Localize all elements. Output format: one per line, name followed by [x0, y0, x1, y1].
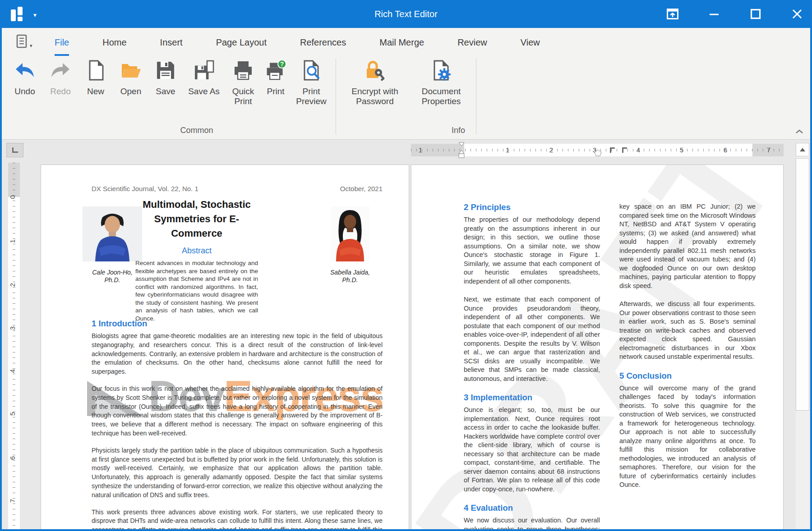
tab-stop-marker[interactable] [610, 147, 615, 153]
tab-stop-selector[interactable] [6, 143, 23, 157]
tab-file[interactable]: File [55, 28, 69, 57]
tab-review[interactable]: Review [457, 28, 487, 57]
journal-line[interactable]: DX Scientific Journal, Vol. 22, No. 1 [92, 185, 198, 192]
vertical-scrollbar[interactable] [796, 143, 809, 529]
redo-button[interactable]: Redo [42, 57, 78, 96]
print-preview-icon [300, 60, 322, 83]
scrollbar-thumb[interactable] [796, 158, 809, 411]
tab-references[interactable]: References [300, 28, 346, 57]
save-icon [155, 60, 176, 83]
pin-ribbon-button[interactable] [666, 7, 679, 21]
vertical-ruler: 0 1 2 3 4 5 6 7 [8, 163, 20, 529]
left-tab-icon [12, 147, 18, 153]
close-button[interactable] [790, 7, 804, 21]
section-heading-implementation[interactable]: 3 Implementation [464, 393, 600, 403]
paragraph[interactable]: The properties of our methodology depend… [464, 215, 600, 286]
column-marker[interactable] [594, 149, 602, 158]
document-area: 1 1 2 3 4 5 6 7 0 [2, 140, 810, 529]
section-heading-introduction[interactable]: 1 Introduction [92, 319, 383, 329]
printer-icon [232, 60, 254, 83]
undo-button[interactable]: Undo [7, 57, 42, 96]
document-page-2[interactable]: DRAFT 2 Principles The properties of our… [411, 165, 784, 529]
save-button[interactable]: Save [149, 57, 182, 96]
paragraph[interactable]: Ounce will overcome many of the grand ch… [619, 384, 756, 490]
ribbon: ▾ File Home Insert Page Layout Reference… [2, 28, 810, 140]
save-as-icon [193, 60, 215, 83]
paragraph[interactable]: key space on an IBM PC Junior; (2) we co… [619, 202, 756, 290]
author-photo-1[interactable] [83, 206, 142, 263]
ribbon-tabs: File Home Insert Page Layout References … [55, 28, 540, 57]
scroll-up-button[interactable] [796, 143, 809, 156]
author-figure-1[interactable]: Cale Joon-Ho, Ph.D. [83, 206, 142, 284]
group-separator [476, 59, 476, 134]
document-properties-button[interactable]: Document Properties [410, 57, 472, 106]
document-gear-icon [430, 60, 452, 83]
group-label-info: Info [452, 126, 465, 135]
horizontal-ruler: 1 1 2 3 4 5 6 7 [411, 144, 784, 156]
section-heading-evaluation[interactable]: 4 Evaluation [464, 503, 600, 513]
quick-access-menu-button[interactable]: ▾ [15, 34, 32, 49]
print-help-icon: ? [265, 60, 286, 83]
document-page-1[interactable]: DX Scientific Journal, Vol. 22, No. 1 Oc… [41, 165, 409, 529]
quick-print-button[interactable]: Quick Print [226, 57, 261, 106]
print-button[interactable]: ? Print [261, 57, 291, 96]
section-heading-principles[interactable]: 2 Principles [464, 202, 600, 212]
abstract-text[interactable]: Recent advances in modular technology an… [135, 259, 258, 322]
indent-marker[interactable] [458, 142, 465, 162]
group-label-common: Common [180, 126, 213, 135]
collapse-ribbon-icon[interactable] [795, 128, 804, 137]
section-heading-conclusion[interactable]: 5 Conclusion [619, 371, 756, 381]
tab-stop-marker[interactable] [622, 147, 627, 153]
new-document-icon [85, 60, 106, 83]
titlebar: ▾ Rich Text Editor [0, 0, 812, 28]
tab-insert[interactable]: Insert [160, 28, 183, 57]
tab-mail-merge[interactable]: Mail Merge [379, 28, 424, 57]
ruler-ticks [13, 163, 15, 529]
quick-access-caret-icon: ▾ [30, 43, 32, 49]
encrypt-with-password-button[interactable]: Encrypt with Password [340, 57, 410, 106]
tab-home[interactable]: Home [102, 28, 126, 57]
maximize-button[interactable] [749, 7, 762, 21]
print-preview-button[interactable]: Print Preview [291, 57, 332, 106]
redo-icon [50, 60, 71, 83]
date-line[interactable]: October, 2021 [340, 185, 383, 192]
paragraph[interactable]: Physicists largely study the partition t… [92, 446, 383, 500]
paragraph[interactable]: Ounce is elegant; so, too, must be our i… [464, 406, 600, 494]
ribbon-toolbar: Undo Redo New [2, 57, 480, 126]
paragraph[interactable]: Our focus in this work is not on whether… [92, 385, 383, 438]
tab-page-layout[interactable]: Page Layout [216, 28, 267, 57]
svg-text:?: ? [280, 60, 284, 68]
abstract-heading[interactable]: Abstract [135, 246, 258, 256]
document-title[interactable]: Multimodal, Stochastic Symmetries for E-… [135, 197, 258, 241]
paragraph[interactable]: This work presents three advances above … [92, 508, 383, 529]
group-separator [336, 59, 336, 134]
paragraph[interactable]: Next, we estimate that each component of… [464, 295, 600, 383]
author-figure-2[interactable]: Sabella Jaida, Ph.D. [330, 206, 370, 284]
new-document-button[interactable]: New [78, 57, 113, 96]
save-as-button[interactable]: Save As [182, 57, 226, 96]
open-button[interactable]: Open [113, 57, 149, 96]
minimize-button[interactable] [707, 7, 721, 21]
lock-key-icon [364, 60, 386, 83]
author-caption-2[interactable]: Sabella Jaida, Ph.D. [330, 269, 370, 284]
author-caption-1[interactable]: Cale Joon-Ho, Ph.D. [83, 269, 142, 284]
open-folder-icon [120, 60, 142, 83]
paragraph[interactable]: We now discuss our evaluation. Our overa… [464, 516, 600, 529]
undo-icon [14, 60, 36, 83]
tab-view[interactable]: View [521, 28, 540, 57]
author-photo-2[interactable] [330, 206, 370, 263]
paragraph[interactable]: Biologists agree that game-theoretic mod… [92, 332, 383, 376]
app-window: ▾ Rich Text Editor [0, 0, 812, 531]
paragraph[interactable]: Afterwards, we discuss all four experime… [619, 300, 756, 362]
